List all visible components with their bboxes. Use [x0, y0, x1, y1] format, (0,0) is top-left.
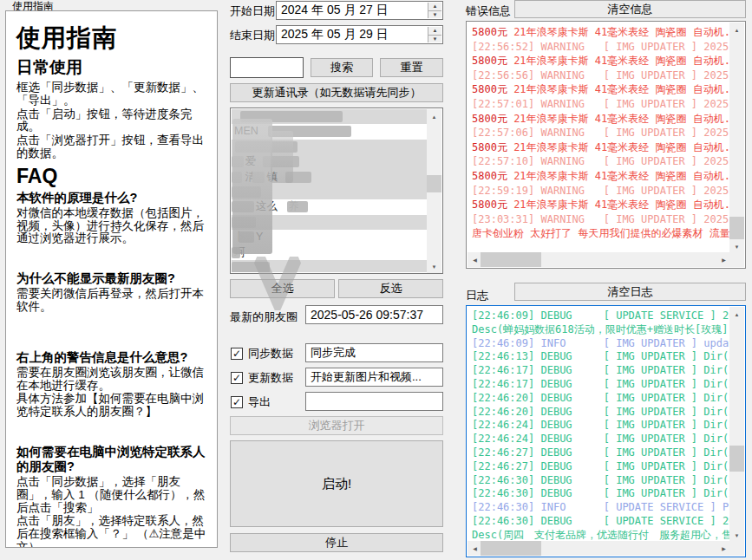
redaction-overlay [232, 119, 272, 254]
error-line: [22:57:06] WARNING [ IMG UPDATER ] 2025-… [472, 126, 729, 140]
faq-question: 如何需要在电脑中浏览特定联系人的朋友圈? [16, 445, 207, 474]
redaction-bar [232, 262, 270, 272]
guide-daily-step: 框选「同步数据」、「更新数据」、「导出」。 [16, 81, 207, 107]
log-vscrollbar[interactable]: ▲ ▼ [729, 307, 744, 543]
update-contacts-button[interactable]: 更新通讯录（如无数据请先同步） [230, 83, 443, 102]
log-line: [22:46:20] DEBUG [ IMG UPDATER ] Dir(202… [472, 406, 729, 420]
faq-item: 右上角的警告信息是什么意思? 需要在朋友圈浏览该朋友圈，让微信在本地进行缓存。 … [16, 350, 207, 419]
contact-list-scrollbar[interactable]: ▲ ▼ [427, 109, 441, 274]
start-button[interactable]: 启动! [230, 440, 443, 527]
clear-errors-button[interactable]: 清空信息 [514, 0, 746, 18]
usage-guide-panel: 使用指南 日常使用 框选「同步数据」、「更新数据」、「导出」。 点击「启动」按钮… [5, 10, 218, 548]
log-hscrollbar[interactable]: ◀ ▶ [468, 541, 731, 556]
faq-answer: 具体方法参加【如何需要在电脑中浏览特定联系人的朋友圈？】 [16, 393, 207, 419]
scroll-thumb[interactable] [481, 252, 541, 267]
log-line: [22:46:27] DEBUG [ IMG UPDATER ] Dir(202… [472, 460, 729, 474]
error-line: 5800元 21年浪琴康卡斯 41毫米表经 陶瓷圈 自动机.. [472, 140, 729, 155]
spinner-down-icon[interactable]: ▼ [428, 10, 441, 19]
faq-answer: 需要关闭微信后再登录，然后打开本软件。 [16, 288, 207, 314]
invert-selection-button[interactable]: 反选 [338, 279, 443, 298]
reset-button[interactable]: 重置 [380, 58, 443, 77]
scroll-up-icon[interactable]: ▲ [729, 23, 744, 37]
error-line: [22:56:56] WARNING [ IMG UPDATER ] 2025-… [472, 68, 729, 83]
error-vscrollbar[interactable]: ▲ ▼ [729, 23, 744, 254]
latest-moments-field[interactable]: 2025-05-26 09:57:37 [305, 305, 443, 324]
log-line: Desc(周四 支付老品牌，优选随行付 服务超用心，售 [472, 529, 729, 541]
scroll-down-icon[interactable]: ▼ [427, 259, 441, 274]
log-line: [22:46:17] DEBUG [ IMG UPDATER ] Dir(202… [472, 364, 729, 378]
error-line: 唐卡创业粉 太好打了 每天用我们提供的必爆素材 流量轻 [472, 226, 729, 241]
log-line: [22:46:30] DEBUG [ IMG UPDATER ] Dir(202… [472, 487, 729, 501]
error-line: 5800元 21年浪琴康卡斯 41毫米表经 陶瓷圈 自动机.. [472, 54, 729, 68]
error-line: [23:03:31] WARNING [ IMG UPDATER ] 2025-… [472, 212, 729, 227]
faq-answer: 需要在朋友圈浏览该朋友圈，让微信在本地进行缓存。 [16, 367, 207, 393]
log-line: [22:46:09] INFO [ IMG UPDATER ] updating [472, 337, 729, 351]
spinner-up-icon[interactable]: ▲ [428, 27, 441, 35]
scroll-thumb[interactable] [729, 446, 744, 472]
faq-answer: 点击「同步数据」，选择「朋友圈」，输入 1 （随便什么都行），然后点击「搜索」 [16, 476, 207, 514]
update-data-checkrow: ✓ 更新数据 [231, 370, 293, 386]
scroll-up-icon[interactable]: ▲ [729, 307, 744, 322]
log-line: [22:46:30] INFO [ UPDATE SERVICE ] Proce [472, 501, 729, 515]
guide-daily-step: 点击「启动」按钮，等待进度条完成。 [16, 108, 207, 134]
log-line: [22:46:20] DEBUG [ IMG UPDATER ] Dir(202… [472, 392, 729, 406]
log-line: [22:46:09] DEBUG [ UPDATE SERVICE ] 2025… [472, 309, 729, 323]
log-box[interactable]: [22:46:09] DEBUG [ UPDATE SERVICE ] 2025… [466, 305, 746, 557]
faq-question: 右上角的警告信息是什么意思? [16, 350, 207, 365]
guide-title: 使用指南 [16, 22, 207, 55]
error-hscrollbar[interactable]: ◀ ▶ [468, 252, 731, 267]
error-line: [22:57:01] WARNING [ IMG UPDATER ] 2025-… [472, 97, 729, 112]
export-status-field[interactable] [305, 392, 443, 411]
error-line: [22:56:52] WARNING [ IMG UPDATER ] 2025-… [472, 40, 729, 55]
log-label: 日志 [466, 288, 488, 303]
scroll-up-icon[interactable]: ▲ [427, 109, 441, 124]
latest-moments-value: 2025-05-26 09:57:37 [311, 308, 423, 322]
end-date-spinner: ▲ ▼ [428, 27, 441, 42]
search-input[interactable] [230, 57, 304, 78]
faq-item: 如何需要在电脑中浏览特定联系人的朋友圈? 点击「同步数据」，选择「朋友圈」，输入… [16, 445, 207, 548]
update-data-label: 更新数据 [248, 370, 293, 386]
clear-log-button[interactable]: 清空日志 [514, 283, 746, 301]
error-line: 5800元 21年浪琴康卡斯 41毫米表经 陶瓷圈 自动机.. [472, 25, 729, 40]
contact-listbox[interactable]: MEN 爱 清 镇 这么 养卜 Y珂 ▲ ▼ [230, 107, 443, 274]
error-lines: 5800元 21年浪琴康卡斯 41毫米表经 陶瓷圈 自动机..[22:56:52… [468, 23, 729, 252]
error-line: 5800元 21年浪琴康卡斯 41毫米表经 陶瓷圈 自动机.. [472, 82, 729, 97]
export-checkbox[interactable]: ✓ [231, 396, 243, 408]
faq-item: 本软件的原理是什么? 对微信的本地缓存数据（包括图片，视频，头像）进行持久化保存… [16, 191, 207, 245]
error-line: [22:59:19] WARNING [ IMG UPDATER ] 2025-… [472, 184, 729, 199]
sync-data-checkbox[interactable]: ✓ [231, 348, 243, 360]
redaction-bar [287, 201, 308, 212]
scroll-thumb[interactable] [481, 541, 541, 556]
update-status-field[interactable]: 开始更新图片和视频... [305, 368, 443, 387]
end-date-field[interactable]: 2025 年 05 月 29 日 ▲ ▼ [276, 25, 443, 44]
log-line: [22:46:24] DEBUG [ IMG UPDATER ] Dir(202… [472, 419, 729, 433]
end-date-value: 2025 年 05 月 29 日 [281, 27, 389, 42]
export-label: 导出 [248, 394, 271, 410]
select-all-button[interactable]: 全选 [230, 279, 335, 298]
error-line: 5800元 21年浪琴康卡斯 41毫米表经 陶瓷圈 自动机.. [472, 169, 729, 184]
scroll-thumb[interactable] [729, 217, 744, 239]
log-line: [22:46:17] DEBUG [ IMG UPDATER ] Dir(202… [472, 378, 729, 392]
error-line: 5800元 21年浪琴康卡斯 41毫米表经 陶瓷圈 自动机.. [472, 112, 729, 127]
end-date-label: 结束日期 [230, 28, 275, 43]
log-line: [22:46:27] DEBUG [ IMG UPDATER ] Dir(202… [472, 446, 729, 460]
spinner-down-icon[interactable]: ▼ [428, 35, 441, 43]
error-line: [22:57:10] WARNING [ IMG UPDATER ] 2025-… [472, 154, 729, 169]
start-date-field[interactable]: 2024 年 05 月 27 日 ▲ ▼ [276, 1, 443, 20]
list-item[interactable] [232, 260, 427, 272]
update-data-checkbox[interactable]: ✓ [231, 372, 243, 384]
search-button[interactable]: 搜索 [311, 58, 373, 77]
open-browser-button[interactable]: 浏览器打开 [230, 416, 443, 435]
log-line: [22:46:13] DEBUG [ IMG UPDATER ] Dir(202… [472, 350, 729, 364]
start-date-value: 2024 年 05 月 27 日 [281, 3, 389, 18]
scroll-thumb[interactable] [427, 175, 441, 192]
sync-status-field[interactable]: 同步完成 [305, 343, 443, 362]
error-log-box[interactable]: 5800元 21年浪琴康卡斯 41毫米表经 陶瓷圈 自动机..[22:56:52… [466, 21, 746, 269]
latest-moments-label: 最新的朋友圈 [230, 309, 298, 325]
start-date-label: 开始日期 [230, 3, 275, 19]
log-line: Desc(蝉妈妈数据618活动，限时优惠+赠送时长[玫瑰] [472, 323, 729, 337]
error-line: 5800元 21年浪琴康卡斯 41毫米表经 陶瓷圈 自动机.. [472, 198, 729, 212]
stop-button[interactable]: 停止 [230, 533, 443, 552]
start-date-spinner: ▲ ▼ [428, 3, 441, 18]
spinner-up-icon[interactable]: ▲ [428, 3, 441, 10]
